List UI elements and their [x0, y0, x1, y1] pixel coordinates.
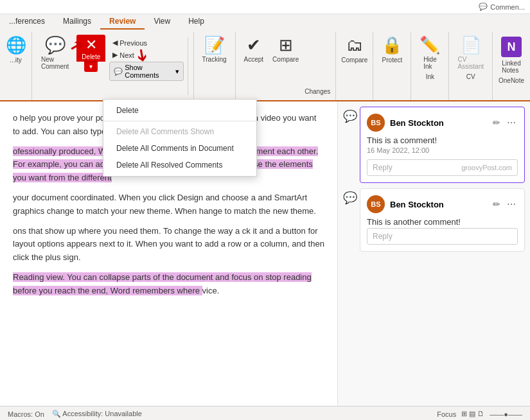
title-bar-comment-label: Commen... [490, 3, 525, 11]
accept-label: Accept [244, 56, 264, 63]
ribbon-group-language: 🌐 ...ity [0, 32, 32, 100]
view-icons: ⊞ ▤ 🗋 [461, 410, 484, 418]
comment-card-2: BS Ben Stockton ✏ ⋯ This is another comm… [360, 188, 525, 252]
onenote-icon: N [501, 37, 522, 57]
macros-status: Macros: On [8, 410, 44, 418]
ribbon-group-cv: 📄 CVAssistant CV [449, 32, 493, 100]
linked-notes-button[interactable]: N LinkedNotes [498, 35, 525, 76]
comment-reply-box-1[interactable]: Reply groovyPost.com [367, 159, 518, 176]
delete-dropdown-arrow[interactable]: ▾ [84, 62, 98, 72]
tab-references[interactable]: ...ferences [0, 14, 54, 30]
dropdown-delete[interactable]: Delete [103, 102, 256, 119]
language-label: ...ity [10, 57, 21, 64]
comment-header-1: BS Ben Stockton ✏ ⋯ [367, 114, 518, 132]
menu-bar: ...ferences Mailings Review View Help [0, 14, 530, 30]
compare-icon: ⊞ [279, 37, 293, 53]
compare-group-label: Compare [341, 57, 367, 64]
ribbon-group-changes: ✔ Accept ⊞ Compare Changes [236, 32, 337, 100]
comment-thread-icon-1: 💬 [343, 109, 357, 123]
comment-actions-2: ✏ ⋯ [491, 198, 518, 211]
protect-button[interactable]: 🔒 [378, 35, 405, 55]
comment-reply-box-2[interactable]: Reply [367, 228, 518, 245]
tab-view[interactable]: View [145, 14, 179, 30]
tab-mailings[interactable]: Mailings [54, 14, 100, 30]
accessibility-status: 🔍 Accessibility: Unavailable [52, 410, 142, 418]
delete-dropdown-menu: Delete Delete All Comments Shown Delete … [103, 99, 257, 177]
comment-icon: 💬 [479, 3, 488, 11]
doc-para-3: your document coordinated. When you clic… [13, 191, 324, 218]
ribbon-group-compare: 🗂 Compare [336, 32, 373, 100]
previous-button[interactable]: ◀ Previous [109, 37, 183, 48]
comment-date-1: 16 May 2022, 12:00 [367, 146, 518, 154]
reply-placeholder-1: Reply [373, 163, 456, 172]
next-icon: ▶ [112, 51, 118, 59]
comment-thread-1: 💬 BS Ben Stockton ✏ ⋯ This is a comment!… [343, 107, 525, 183]
comment-avatar-1: BS [367, 114, 385, 132]
dropdown-delete-document[interactable]: Delete All Comments in Document [103, 140, 256, 157]
tab-help[interactable]: Help [179, 14, 213, 30]
comment-thread-2: 💬 BS Ben Stockton ✏ ⋯ This is another co… [343, 188, 525, 252]
reply-placeholder-2: Reply [373, 232, 512, 241]
ribbon-group-protect: 🔒 Protect [373, 32, 411, 100]
comment-card-1: BS Ben Stockton ✏ ⋯ This is a comment! 1… [360, 107, 525, 183]
cv-icon: 📄 [461, 37, 481, 53]
compare-label: Compare [272, 56, 299, 63]
comment-edit-button-2[interactable]: ✏ [491, 198, 502, 211]
comment-avatar-2: BS [367, 195, 385, 213]
comment-actions-1: ✏ ⋯ [491, 116, 518, 129]
changes-group-label: Changes [305, 88, 330, 98]
doc-para-4: ons that show up where you need them. To… [13, 225, 324, 265]
ribbon-group-comments: 💬 NewComment ✕ Delete ▾ ◀ Previous [32, 32, 194, 100]
tracking-label: Tracking [202, 56, 227, 63]
comment-more-button-2[interactable]: ⋯ [505, 198, 518, 211]
zoom-slider[interactable]: ——●—— [490, 410, 522, 418]
status-bar: Macros: On 🔍 Accessibility: Unavailable … [0, 406, 530, 420]
reply-brand-1: groovyPost.com [461, 164, 512, 171]
hide-ink-icon: ✏️ [420, 37, 440, 53]
delete-chevron-icon: ▾ [89, 63, 93, 70]
show-comments-label: Show Comments [125, 64, 173, 79]
linked-notes-label: LinkedNotes [502, 60, 520, 74]
show-comments-chevron-icon: ▾ [175, 67, 179, 76]
previous-icon: ◀ [112, 39, 118, 47]
cv-assistant-button[interactable]: 📄 CVAssistant [454, 35, 487, 72]
comment-text-2: This is another comment! [367, 217, 518, 227]
cv-label: CVAssistant [457, 56, 484, 70]
comment-author-1: Ben Stockton [390, 118, 486, 128]
comment-text-1: This is a comment! [367, 136, 518, 145]
hide-ink-button[interactable]: ✏️ HideInk [416, 35, 443, 72]
tracking-icon: 📝 [204, 37, 225, 53]
compare2-button[interactable]: 🗂 [342, 35, 367, 55]
ribbon-group-ink: ✏️ HideInk Ink [411, 32, 449, 100]
title-bar: 💬 Commen... [0, 0, 530, 14]
protect-label: Protect [382, 57, 403, 64]
dropdown-delete-shown: Delete All Comments Shown [103, 123, 256, 140]
show-comments-icon: 💬 [114, 67, 123, 76]
compare2-icon: 🗂 [346, 37, 363, 53]
language-button[interactable]: 🌐 [3, 35, 30, 55]
show-comments-button[interactable]: 💬 Show Comments ▾ [109, 62, 183, 81]
comment-edit-button-1[interactable]: ✏ [491, 116, 502, 129]
comment-author-2: Ben Stockton [390, 200, 486, 209]
accept-icon: ✔ [247, 37, 261, 53]
status-right: Focus ⊞ ▤ 🗋 ——●—— [437, 410, 522, 418]
dropdown-delete-resolved[interactable]: Delete All Resolved Comments [103, 157, 256, 173]
status-left: Macros: On 🔍 Accessibility: Unavailable [8, 410, 142, 418]
delete-label: Delete [82, 53, 100, 60]
ink-group-label: Ink [426, 73, 434, 80]
title-bar-comment-area: 💬 Commen... [479, 3, 525, 11]
hide-ink-label: HideInk [423, 56, 437, 70]
tracking-button[interactable]: 📝 Tracking [199, 35, 230, 65]
new-comment-label: NewComment [41, 56, 69, 70]
doc-highlight-2: Reading view. You can collapse parts of … [13, 272, 312, 295]
language-icon: 🌐 [6, 37, 26, 53]
cv-group-label: CV [466, 73, 475, 80]
accept-button[interactable]: ✔ Accept [241, 35, 267, 65]
comment-more-button-1[interactable]: ⋯ [505, 116, 518, 129]
compare-button[interactable]: ⊞ Compare [269, 35, 302, 65]
doc-para-5: Reading view. You can collapse parts of … [13, 271, 324, 298]
tab-review[interactable]: Review [100, 14, 145, 30]
main-area: o help you prove your point. When you cl… [0, 101, 530, 406]
previous-label: Previous [119, 39, 147, 47]
focus-label[interactable]: Focus [437, 410, 456, 418]
